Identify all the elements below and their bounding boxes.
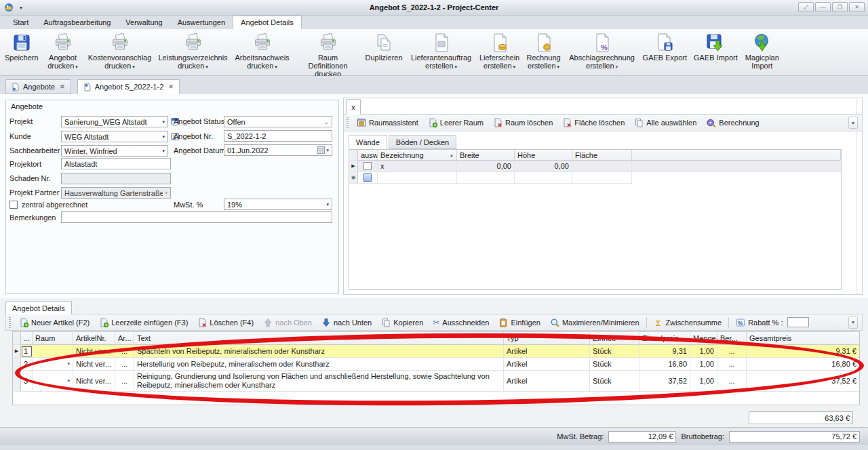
zwischensumme-button[interactable]: Σ Zwischensumme: [649, 316, 727, 329]
raum-cell[interactable]: ▾: [33, 371, 73, 392]
ribbon-tab-verwaltung[interactable]: Verwaltung: [118, 16, 170, 29]
save-button[interactable]: Speichern: [2, 30, 41, 62]
row-header[interactable]: ▶: [13, 345, 21, 358]
column-header-menge[interactable]: Menge: [690, 332, 717, 345]
nach-unten-button[interactable]: nach Unten: [317, 316, 376, 329]
dropdown-arrow-icon[interactable]: ▾: [67, 361, 70, 367]
berechnung-browse-cell[interactable]: ...: [717, 345, 747, 358]
close-tab-icon[interactable]: ✕: [60, 83, 65, 90]
ribbon-tab-auftragsbearbeitung[interactable]: Auftragsbearbeitung: [36, 16, 118, 29]
column-header-ausw[interactable]: ausw...: [358, 150, 378, 161]
mwst-combobox[interactable]: 19% ▾: [224, 199, 332, 210]
minimize-button[interactable]: —: [815, 2, 831, 12]
dropdown-arrow-icon[interactable]: ▾: [67, 378, 70, 384]
toolbar-grip[interactable]: [347, 117, 349, 128]
dropdown-arrow-icon[interactable]: ▾: [160, 148, 165, 154]
gaeb-import-button[interactable]: GAEB Import: [691, 30, 741, 62]
column-header-einheit[interactable]: Einheit: [590, 332, 639, 345]
nr-cell[interactable]: 3: [21, 371, 33, 392]
gesamtpreis-cell[interactable]: 37,52 €: [747, 371, 859, 392]
einheit-cell[interactable]: Stück: [590, 371, 639, 392]
artikelnr-cell[interactable]: Nicht ver...: [73, 345, 115, 358]
einzelpreis-cell[interactable]: 16,80: [639, 358, 690, 371]
tab-waende[interactable]: Wände: [349, 135, 387, 149]
breite-cell[interactable]: 0,00: [457, 161, 515, 172]
ribbon-tab-start[interactable]: Start: [5, 16, 36, 29]
create-invoice-button[interactable]: Rechnung erstellen▾: [524, 30, 564, 72]
rabatt-input[interactable]: [787, 317, 809, 327]
menge-cell[interactable]: 1,00: [690, 371, 717, 392]
create-delivery-note-button[interactable]: Lieferschein erstellen▾: [477, 30, 522, 72]
leerer-raum-button[interactable]: Leerer Raum: [423, 117, 488, 129]
angebot-nr-input[interactable]: S_2022-1-2: [224, 130, 332, 142]
ribbon-tab-angebot-details[interactable]: Angebot Details: [233, 16, 302, 29]
typ-cell[interactable]: Artikel: [504, 358, 590, 371]
dropdown-arrow-icon[interactable]: ▾: [160, 134, 165, 140]
dropdown-arrow-icon[interactable]: ▾: [160, 119, 165, 125]
duplicate-button[interactable]: Duplizieren: [363, 30, 406, 62]
create-partial-invoice-button[interactable]: % Abschlagsrechnung erstellen▾: [566, 30, 639, 72]
raum-cell[interactable]: [33, 345, 73, 358]
flaeche-cell-new[interactable]: [572, 172, 632, 184]
loeschen-button[interactable]: Löschen (F4): [193, 316, 258, 329]
zentral-abgerechnet-checkbox[interactable]: [9, 201, 18, 209]
row-header[interactable]: ▶: [349, 161, 358, 172]
raum-loeschen-button[interactable]: Raum löschen: [488, 117, 557, 129]
leerzeile-einfuegen-button[interactable]: Leerzeile einfügen (F3): [94, 316, 193, 329]
flaeche-loeschen-button[interactable]: Fläche löschen: [557, 117, 629, 129]
close-button[interactable]: ✕: [849, 2, 865, 12]
breite-cell-new[interactable]: [457, 172, 515, 184]
projektort-input[interactable]: Alstastadt: [61, 158, 171, 169]
einzelpreis-cell[interactable]: 9,31: [639, 345, 690, 358]
column-header-breite[interactable]: Breite: [457, 150, 515, 161]
nr-cell[interactable]: 2: [21, 358, 33, 371]
ribbon-tab-auswertungen[interactable]: Auswertungen: [170, 16, 233, 29]
dropdown-arrow-icon[interactable]: ▾: [324, 202, 329, 207]
kunde-combobox[interactable]: WEG Altstadt ▾: [61, 131, 168, 142]
close-tab-icon[interactable]: ✕: [168, 83, 174, 90]
flaeche-cell[interactable]: [572, 161, 632, 172]
berechnung-button[interactable]: Berechnung: [701, 117, 764, 129]
menge-cell[interactable]: 1,00: [690, 345, 717, 358]
column-header-gesamtpreis[interactable]: Gesamtpreis: [747, 332, 859, 345]
raumassistent-button[interactable]: Raumassistent: [352, 117, 423, 129]
expand-window-button[interactable]: ⤢: [798, 2, 814, 12]
column-header-text[interactable]: Text: [134, 332, 504, 345]
column-header-ar[interactable]: Ar...: [115, 332, 134, 345]
menge-cell[interactable]: 1,00: [690, 358, 717, 371]
typ-cell[interactable]: Artikel: [504, 345, 590, 358]
gesamtpreis-cell[interactable]: 9,31 €: [747, 345, 859, 358]
projekt-combobox[interactable]: Sanierung_WEG Altstadt ▾: [61, 116, 168, 127]
sachbearbeiter-combobox[interactable]: Winter, Winfried ▾: [61, 145, 168, 157]
bezeichnung-cell-new[interactable]: [378, 172, 457, 184]
ausschneiden-button[interactable]: ✂ Ausschneiden: [428, 317, 494, 328]
row-checkbox-image[interactable]: [363, 173, 372, 182]
toolbar-grip[interactable]: [9, 317, 11, 328]
hoehe-cell-new[interactable]: [515, 172, 572, 184]
bezeichnung-cell[interactable]: x: [378, 161, 457, 172]
text-cell[interactable]: Reinigung, Grundierung und Isolierung vo…: [134, 371, 504, 392]
print-offer-button[interactable]: Angebot drucken▾: [43, 30, 83, 72]
einzelpreis-cell[interactable]: 37,52: [639, 371, 690, 392]
maximieren-minimieren-button[interactable]: Maximieren/Minimieren: [545, 316, 644, 329]
text-cell[interactable]: Herstellung von Reibeputz, mineralischem…: [134, 358, 504, 371]
column-header-dots[interactable]: ...: [21, 332, 33, 345]
tab-boeden-decken[interactable]: Böden / Decken: [389, 135, 456, 149]
kopieren-button[interactable]: Kopieren: [376, 316, 428, 329]
column-header-hoehe[interactable]: Höhe: [515, 150, 572, 161]
toolbar-overflow-icon[interactable]: ▾: [848, 316, 858, 329]
alle-auswaehlen-button[interactable]: Alle auswählen: [629, 117, 701, 129]
create-supplier-order-button[interactable]: Lieferantenauftrag erstellen▾: [407, 30, 476, 72]
bemerkungen-input[interactable]: [61, 211, 332, 223]
artikel-browse-cell[interactable]: ...: [115, 358, 134, 371]
text-cell[interactable]: Spachteln von Reibeputz, mineralischem o…: [134, 345, 504, 358]
chevron-down-icon[interactable]: ⌄: [321, 119, 329, 125]
row-checkbox[interactable]: [363, 162, 372, 170]
column-header-typ[interactable]: Typ: [504, 332, 590, 345]
einheit-cell[interactable]: Stück: [590, 345, 639, 358]
artikelnr-cell[interactable]: Nicht ver...: [73, 358, 115, 371]
column-header-artikelnr[interactable]: ArtikelNr.: [73, 332, 115, 345]
gaeb-export-button[interactable]: GAEB Export: [640, 30, 690, 62]
ausw-cell-new[interactable]: [358, 172, 378, 184]
artikelnr-cell[interactable]: Nicht ver...: [73, 371, 115, 392]
